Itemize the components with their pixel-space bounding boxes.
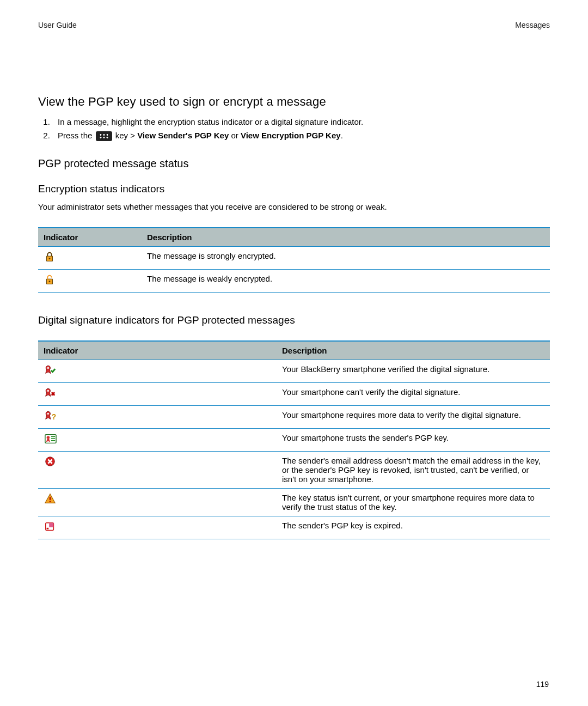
ribbon-question-icon: ? <box>44 410 59 422</box>
cell-desc: The key status isn't current, or your sm… <box>277 488 550 516</box>
svg-point-10 <box>47 436 50 439</box>
svg-rect-14 <box>49 522 53 527</box>
cell-desc: Your smartphone requires more data to ve… <box>277 405 550 428</box>
heading-view-pgp-key: View the PGP key used to sign or encrypt… <box>38 95 550 109</box>
table-row: The sender's email address doesn't match… <box>38 451 550 488</box>
expired-card-icon <box>44 521 59 533</box>
cell-desc: The message is strongly encrypted. <box>142 246 550 269</box>
menu-key-icon <box>96 131 112 141</box>
encryption-intro: Your administrator sets whether messages… <box>38 200 550 213</box>
cell-desc: Your BlackBerry smartphone verified the … <box>277 360 550 382</box>
signature-indicators-table: Indicator Description Your BlackBerry sm… <box>38 340 550 539</box>
table-row: Your BlackBerry smartphone verified the … <box>38 360 550 382</box>
warning-triangle-icon <box>44 493 59 505</box>
page-header: User Guide Messages <box>38 21 550 29</box>
table-row: The message is weakly encrypted. <box>38 269 550 292</box>
step-1: In a message, highlight the encryption s… <box>52 115 550 128</box>
steps-list: In a message, highlight the encryption s… <box>38 115 550 142</box>
header-right: Messages <box>515 21 550 29</box>
th-indicator: Indicator <box>38 341 277 360</box>
ribbon-check-icon <box>44 364 59 376</box>
svg-point-3 <box>47 367 49 369</box>
step-2: Press the key > View Sender's PGP Key or… <box>52 129 550 142</box>
cell-desc: The sender's PGP key is expired. <box>277 516 550 539</box>
cell-desc: Your smartphone trusts the sender's PGP … <box>277 428 550 451</box>
error-circle-icon <box>44 456 59 468</box>
table-row: Your smartphone trusts the sender's PGP … <box>38 428 550 451</box>
svg-text:?: ? <box>52 412 56 421</box>
svg-point-1 <box>49 281 51 282</box>
page-number: 119 <box>536 680 549 689</box>
lock-strong-icon <box>44 251 59 263</box>
key-trusted-icon <box>44 433 59 445</box>
heading-encryption-indicators: Encryption status indicators <box>38 183 550 195</box>
header-left: User Guide <box>38 21 77 29</box>
heading-signature-indicators: Digital signature indicators for PGP pro… <box>38 314 550 326</box>
svg-point-0 <box>49 258 51 259</box>
table-row: The sender's PGP key is expired. <box>38 516 550 539</box>
th-description: Description <box>277 341 550 360</box>
cell-desc: Your smartphone can't verify the digital… <box>277 382 550 405</box>
cell-desc: The message is weakly encrypted. <box>142 269 550 292</box>
table-row: The message is strongly encrypted. <box>38 246 550 269</box>
svg-rect-15 <box>47 528 49 530</box>
th-indicator: Indicator <box>38 228 142 247</box>
encryption-indicators-table: Indicator Description The message is str… <box>38 227 550 293</box>
table-row: The key status isn't current, or your sm… <box>38 488 550 516</box>
lock-weak-icon <box>44 274 59 286</box>
cell-desc: The sender's email address doesn't match… <box>277 451 550 488</box>
th-description: Description <box>142 228 550 247</box>
table-row: Your smartphone can't verify the digital… <box>38 382 550 405</box>
svg-point-5 <box>47 390 49 392</box>
table-row: ? Your smartphone requires more data to … <box>38 405 550 428</box>
svg-point-12 <box>50 501 51 502</box>
heading-pgp-status: PGP protected message status <box>38 157 550 170</box>
ribbon-x-icon <box>44 387 59 399</box>
svg-point-7 <box>47 413 49 415</box>
